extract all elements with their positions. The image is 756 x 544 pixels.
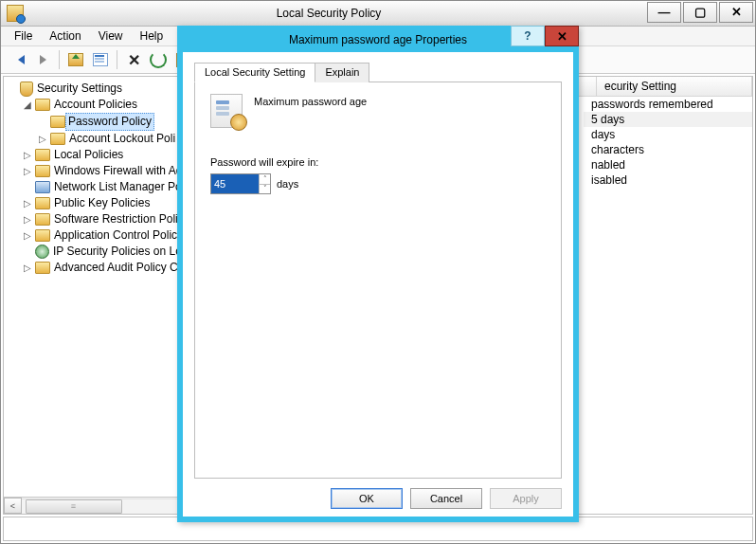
dialog-close-button[interactable]: ✕ (545, 26, 579, 46)
spinner: ˄ ˅ (210, 173, 271, 194)
tree-root[interactable]: Security Settings (36, 81, 123, 97)
dialog-title: Maximum password age Properties (289, 33, 467, 46)
delete-button[interactable]: ✕ (122, 48, 145, 71)
tree-app-control[interactable]: Application Control Polic (53, 227, 178, 244)
expand-icon[interactable]: ▷ (23, 260, 32, 276)
col-security-setting[interactable]: ecurity Setting (597, 77, 752, 97)
tree-account-policies[interactable]: Account Policies (53, 97, 138, 113)
folder-icon (35, 149, 50, 161)
up-folder-icon (68, 53, 83, 66)
menu-help[interactable]: Help (133, 27, 171, 45)
folder-icon (35, 181, 50, 193)
app-icon (7, 5, 24, 22)
dialog-body: Local Security Setting Explain Maximum p… (183, 52, 573, 517)
tree-public-key[interactable]: Public Key Policies (53, 195, 151, 211)
tree-software-restriction[interactable]: Software Restriction Polic (53, 211, 185, 227)
unit-label: days (277, 178, 298, 190)
apply-button[interactable]: Apply (490, 488, 562, 509)
dialog-help-button[interactable]: ? (511, 26, 545, 46)
detail-row[interactable]: characters (584, 142, 752, 157)
tree-ipsec[interactable]: IP Security Policies on Lo (52, 244, 183, 260)
properties-dialog: Maximum password age Properties ? ✕ Loca… (177, 26, 579, 522)
expand-icon[interactable]: ▷ (23, 227, 32, 244)
detail-row[interactable]: days (584, 127, 752, 142)
nav-forward-button[interactable] (31, 48, 54, 71)
tree-advanced-audit[interactable]: Advanced Audit Policy C (53, 260, 179, 276)
password-age-field: ˄ ˅ days (210, 173, 546, 194)
ok-button[interactable]: OK (331, 488, 403, 509)
scroll-left-button[interactable]: < (4, 498, 22, 514)
tab-panel: Maximum password age Password will expir… (194, 82, 562, 479)
tree-password-policy[interactable]: Password Policy (65, 113, 154, 131)
tree-account-lockout[interactable]: Account Lockout Poli (68, 131, 176, 147)
menu-file[interactable]: File (7, 27, 40, 45)
tree-network-list[interactable]: Network List Manager Po (53, 179, 183, 195)
toolbar-separator (59, 50, 60, 69)
detail-row[interactable]: isabled (584, 172, 752, 188)
close-button[interactable]: ✕ (719, 2, 753, 23)
detail-cell: passwords remembered (591, 98, 713, 111)
scroll-track[interactable]: ≡ (22, 499, 197, 514)
window-title: Local Security Policy (10, 7, 647, 20)
cancel-button[interactable]: Cancel (410, 488, 482, 509)
delete-icon: ✕ (128, 51, 140, 69)
maximize-button[interactable]: ▢ (683, 2, 717, 23)
expand-icon[interactable]: ▷ (38, 131, 47, 147)
main-window: Local Security Policy — ▢ ✕ File Action … (0, 0, 756, 544)
properties-button[interactable] (89, 48, 112, 71)
detail-cell: isabled (591, 173, 627, 187)
tab-local-security-setting[interactable]: Local Security Setting (194, 63, 315, 82)
detail-cell: nabled (591, 158, 625, 172)
tree-firewall[interactable]: Windows Firewall with Ad (53, 163, 183, 179)
folder-icon (35, 229, 50, 242)
spin-down-button[interactable]: ˅ (260, 185, 270, 194)
expand-icon[interactable]: ▷ (23, 211, 32, 227)
dialog-titlebar: Maximum password age Properties ? ✕ (177, 26, 579, 52)
dialog-buttons: OK Cancel Apply (194, 479, 562, 509)
tree-local-policies[interactable]: Local Policies (53, 147, 124, 163)
nav-back-button[interactable] (7, 48, 29, 71)
folder-icon (35, 99, 50, 111)
refresh-icon (150, 51, 167, 68)
window-buttons: — ▢ ✕ (647, 1, 755, 26)
up-button[interactable] (64, 48, 87, 71)
tab-explain[interactable]: Explain (315, 63, 369, 82)
folder-icon (35, 213, 50, 226)
shield-icon (20, 82, 33, 97)
detail-cell: characters (591, 143, 644, 156)
detail-row[interactable]: passwords remembered (584, 97, 752, 112)
refresh-button[interactable] (147, 48, 170, 71)
detail-cell: 5 days (591, 113, 624, 126)
expand-icon[interactable]: ▷ (23, 195, 32, 211)
detail-row-selected[interactable]: 5 days (584, 112, 752, 127)
menu-action[interactable]: Action (42, 27, 88, 45)
field-label: Password will expire in: (210, 156, 546, 168)
expand-icon[interactable]: ▷ (23, 147, 32, 163)
spin-up-button[interactable]: ˄ (260, 174, 270, 185)
dialog-heading: Maximum password age (254, 94, 367, 107)
menu-view[interactable]: View (91, 27, 131, 45)
folder-icon (35, 165, 50, 177)
folder-icon (50, 133, 65, 145)
toolbar-separator (117, 50, 117, 69)
scroll-thumb[interactable]: ≡ (26, 499, 122, 514)
back-arrow-icon (12, 54, 24, 65)
forward-arrow-icon (37, 54, 48, 65)
folder-icon (35, 197, 50, 209)
detail-row[interactable]: nabled (584, 157, 752, 172)
folder-icon (50, 116, 65, 128)
globe-icon (35, 245, 49, 259)
minimize-button[interactable]: — (647, 2, 681, 23)
titlebar: Local Security Policy — ▢ ✕ (1, 1, 755, 27)
password-age-input[interactable] (211, 174, 259, 193)
detail-cell: days (591, 128, 615, 141)
dialog-tabs: Local Security Setting Explain (194, 62, 562, 82)
collapse-icon[interactable]: ◢ (23, 97, 32, 113)
expand-icon[interactable]: ▷ (23, 163, 32, 179)
policy-icon (210, 94, 243, 128)
properties-icon (93, 53, 108, 66)
folder-icon (35, 262, 50, 274)
